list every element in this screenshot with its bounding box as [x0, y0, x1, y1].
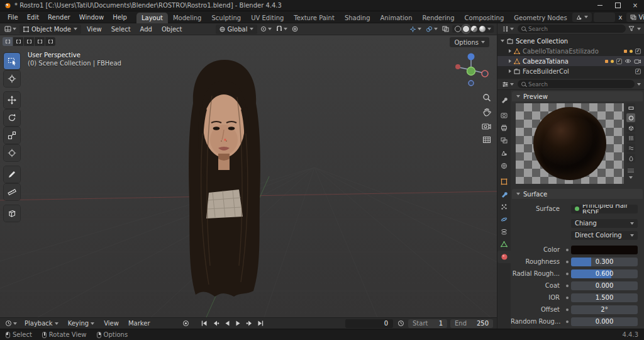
hair-model-dropdown[interactable]: Chiang — [571, 219, 638, 228]
rendered-shading-button[interactable] — [479, 26, 486, 32]
tool-transform[interactable] — [4, 145, 20, 161]
exclude-checkbox[interactable]: ✓ — [616, 59, 622, 64]
select-mode-extend-button[interactable] — [13, 37, 23, 46]
navigation-gizmo[interactable] — [452, 50, 491, 89]
collapse-icon[interactable] — [509, 69, 511, 73]
ortho-grid-icon[interactable] — [482, 135, 491, 144]
menu-render[interactable]: Render — [43, 13, 75, 22]
menu-select[interactable]: Select — [108, 25, 135, 34]
solid-shading-button[interactable] — [463, 26, 469, 32]
properties-search-input[interactable] — [528, 81, 631, 88]
tool-scale[interactable] — [4, 127, 20, 144]
tab-texture-paint[interactable]: Texture Paint — [289, 13, 340, 23]
close-button[interactable]: × — [626, 0, 644, 11]
prev-keyframe-button[interactable] — [211, 319, 220, 327]
tab-view-layer[interactable] — [497, 134, 511, 147]
animate-dot-icon[interactable] — [566, 285, 569, 287]
pan-hand-icon[interactable] — [482, 108, 491, 116]
menu-keying[interactable]: Keying — [65, 319, 98, 327]
outliner-row-cabeza[interactable]: CabezaTatiana ✓ — [497, 56, 644, 66]
tab-modifiers[interactable] — [497, 188, 511, 200]
tab-compositing[interactable]: Compositing — [460, 13, 509, 23]
exclude-checkbox[interactable]: ✓ — [635, 48, 641, 54]
offset-slider[interactable]: 2° — [571, 305, 638, 314]
tab-tool[interactable] — [497, 93, 511, 106]
menu-help[interactable]: Help — [108, 13, 131, 22]
outliner-row-scene-collection[interactable]: Scene Collection — [497, 36, 644, 46]
tab-animation[interactable]: Animation — [375, 13, 418, 23]
tab-object-data[interactable] — [497, 238, 511, 251]
maximize-button[interactable] — [609, 0, 626, 11]
menu-object[interactable]: Object — [158, 25, 186, 34]
model-head[interactable] — [184, 58, 265, 298]
play-reverse-button[interactable] — [223, 319, 231, 327]
menu-edit[interactable]: Edit — [23, 13, 43, 22]
properties-editor-selector[interactable] — [501, 81, 515, 88]
menu-add[interactable]: Add — [136, 25, 156, 34]
animate-dot-icon[interactable] — [566, 309, 569, 311]
auto-keying-button[interactable] — [182, 319, 191, 327]
minimize-button[interactable] — [591, 0, 609, 11]
animate-dot-icon[interactable] — [566, 320, 569, 323]
tab-particles[interactable] — [497, 200, 511, 213]
random-roughness-slider[interactable]: 0.000 — [571, 317, 638, 326]
tool-measure[interactable] — [4, 184, 20, 200]
preview-cloth-button[interactable] — [626, 144, 635, 152]
roughness-slider[interactable]: 0.300 — [571, 258, 638, 266]
surface-shader-selector[interactable]: Principled Hair BSDF — [571, 205, 638, 213]
snap-toggle[interactable] — [275, 26, 289, 32]
expand-icon[interactable] — [501, 40, 504, 42]
color-swatch[interactable] — [571, 246, 638, 254]
play-button[interactable] — [234, 319, 243, 327]
animate-dot-icon[interactable] — [566, 261, 569, 263]
collapse-icon[interactable] — [509, 59, 511, 63]
camera-view-icon[interactable] — [482, 122, 491, 130]
show-gizmo-toggle[interactable] — [408, 26, 423, 33]
proportional-edit-toggle[interactable] — [291, 26, 299, 32]
coat-slider[interactable]: 0.000 — [571, 281, 638, 290]
current-frame-field[interactable]: 0 — [345, 319, 393, 328]
outliner-row-cabello[interactable]: CabelloTatianaEstilizado ✓ — [497, 46, 644, 56]
disable-render-camera-icon[interactable] — [634, 59, 641, 64]
jump-to-end-button[interactable] — [257, 319, 265, 327]
editor-type-selector[interactable] — [3, 26, 18, 32]
tab-constraints[interactable] — [497, 225, 511, 238]
preview-fluid-button[interactable] — [626, 154, 635, 162]
preview-resize-grip[interactable] — [628, 169, 634, 173]
wireframe-shading-button[interactable] — [455, 26, 461, 32]
select-mode-intersect-button[interactable] — [45, 37, 55, 46]
animate-dot-icon[interactable] — [566, 297, 569, 299]
tool-cursor[interactable] — [4, 71, 20, 87]
outliner-search-input[interactable] — [528, 26, 622, 32]
tab-layout[interactable]: Layout — [136, 13, 168, 23]
tab-physics[interactable] — [497, 213, 511, 225]
tab-material[interactable] — [497, 251, 511, 263]
tab-scene[interactable] — [497, 147, 511, 159]
tool-select-box[interactable] — [4, 53, 20, 69]
tab-uv-editing[interactable]: UV Editing — [246, 13, 289, 23]
scene-unlink-button[interactable]: x — [617, 13, 625, 21]
outliner-row-facebuildercol[interactable]: FaceBuilderCol ✓ — [497, 66, 644, 76]
tool-add-cube[interactable] — [4, 205, 20, 222]
filter-icon[interactable] — [628, 26, 635, 31]
scene-name-field[interactable] — [594, 13, 615, 22]
outliner-editor-selector[interactable] — [501, 26, 515, 32]
menu-view[interactable]: View — [83, 25, 106, 34]
tab-object[interactable] — [497, 175, 511, 188]
next-keyframe-button[interactable] — [245, 319, 254, 327]
tab-rendering[interactable]: Rendering — [417, 13, 459, 23]
select-mode-set-button[interactable] — [3, 37, 13, 46]
view-layer-selector[interactable]: ViewLayer — [626, 13, 644, 22]
tab-output[interactable] — [497, 122, 511, 134]
transform-orientation-selector[interactable]: Global — [216, 25, 258, 34]
viewport-3d[interactable]: Options User Perspective (0) Scene Colle… — [0, 35, 497, 317]
coloring-dropdown[interactable]: Direct Coloring — [571, 231, 638, 240]
tool-annotate[interactable] — [4, 166, 20, 183]
preview-panel-header[interactable]: Preview — [512, 91, 643, 101]
start-frame-field[interactable]: Start 1 — [408, 319, 447, 328]
outliner-search[interactable] — [518, 25, 626, 33]
mode-selector[interactable]: Object Mode — [19, 25, 81, 34]
ior-slider[interactable]: 1.500 — [571, 293, 638, 302]
menu-view-timeline[interactable]: View — [101, 319, 122, 327]
tab-shading[interactable]: Shading — [340, 13, 375, 23]
